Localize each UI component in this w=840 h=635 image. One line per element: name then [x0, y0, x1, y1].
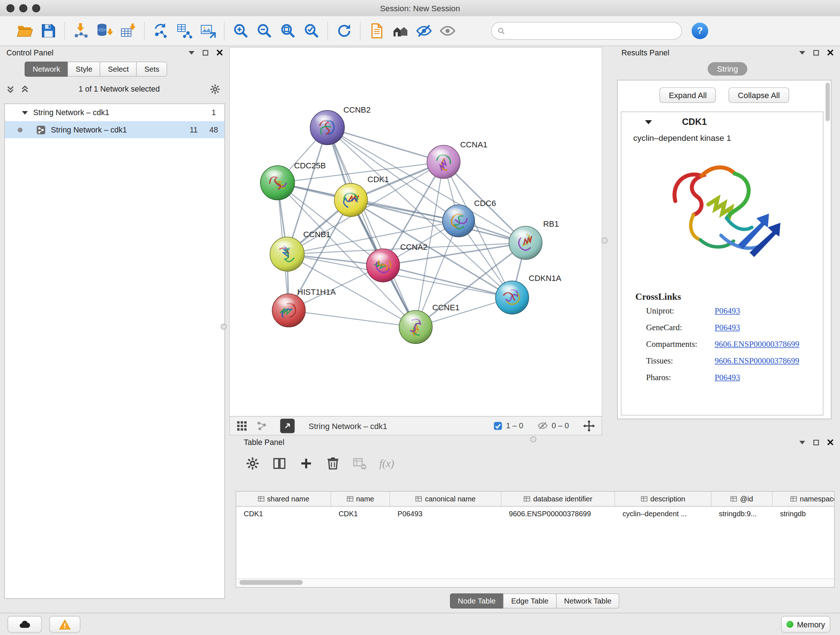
crosslink-link[interactable]: P06493: [714, 372, 740, 382]
table-horizontal-scrollbar[interactable]: [237, 578, 834, 586]
tab-edge-table[interactable]: Edge Table: [503, 593, 557, 608]
network-overview-icon[interactable]: [256, 420, 267, 431]
documents-button[interactable]: [365, 19, 388, 43]
right-splitter-handle[interactable]: [602, 238, 607, 243]
import-network-file-button[interactable]: [69, 19, 93, 43]
results-scrollbar[interactable]: [826, 82, 830, 121]
crosslink-link[interactable]: 9606.ENSP00000378699: [714, 339, 799, 349]
network-canvas[interactable]: CCNB2CCNA1CDC25BCDK1CDC6RB1CCNB1CCNA2CDK…: [229, 47, 602, 416]
zoom-selected-button[interactable]: [300, 19, 323, 43]
close-panel-icon[interactable]: [216, 49, 223, 56]
zoom-fit-button[interactable]: [276, 19, 300, 43]
network-node-CDC25B[interactable]: [261, 166, 295, 200]
table-cell[interactable]: P06493: [390, 510, 501, 518]
column-header-namespace[interactable]: namespace: [772, 492, 835, 506]
crosslink-link[interactable]: P06493: [714, 306, 740, 316]
network-node-CCNE1[interactable]: [399, 310, 432, 344]
expand-all-button[interactable]: Expand All: [660, 87, 715, 103]
maximize-icon[interactable]: [202, 50, 208, 55]
table-cell[interactable]: CDK1: [236, 510, 331, 518]
save-session-button[interactable]: [36, 19, 60, 43]
show-columns-icon[interactable]: [272, 456, 286, 470]
network-collection-row[interactable]: String Network – cdk1 1: [5, 104, 224, 121]
column-header-@id[interactable]: @id: [712, 492, 773, 506]
network-node-CDKN1A[interactable]: [496, 281, 529, 314]
float-menu-icon[interactable]: [188, 51, 194, 54]
table-cell[interactable]: 9606.ENSP00000378699: [501, 510, 615, 518]
float-menu-icon[interactable]: [799, 440, 805, 444]
cloud-button[interactable]: [8, 616, 42, 633]
zoom-out-button[interactable]: [252, 19, 276, 43]
show-all-button[interactable]: [436, 19, 459, 43]
tab-network[interactable]: Network: [25, 62, 68, 76]
maximize-icon[interactable]: [813, 440, 819, 445]
tab-string[interactable]: String: [708, 62, 747, 76]
zoom-in-button[interactable]: [229, 19, 252, 43]
collapse-all-icon[interactable]: [21, 85, 29, 93]
table-row[interactable]: CDK1CDK1P064939606.ENSP00000378699cyclin…: [236, 507, 834, 521]
network-from-table-button[interactable]: [172, 19, 196, 43]
tab-sets[interactable]: Sets: [136, 62, 167, 76]
maximize-icon[interactable]: [813, 50, 819, 55]
close-panel-icon[interactable]: [827, 439, 834, 446]
import-table-file-button[interactable]: [116, 19, 140, 43]
network-node-CDC6[interactable]: [442, 205, 475, 237]
hidden-eye-icon[interactable]: [537, 420, 548, 431]
collapse-section-icon[interactable]: [645, 120, 652, 125]
network-row[interactable]: String Network – cdk1 11 48: [5, 121, 224, 138]
crosslink-row: GeneCard:P06493: [622, 319, 823, 336]
tab-select[interactable]: Select: [100, 62, 137, 76]
help-button[interactable]: ?: [692, 22, 708, 39]
gear-icon[interactable]: [210, 83, 221, 95]
table-cell[interactable]: cyclin–dependent ...: [615, 510, 712, 518]
network-node-CCNA1[interactable]: [427, 145, 460, 179]
grid-view-icon[interactable]: [236, 420, 248, 431]
table-cell[interactable]: CDK1: [331, 510, 390, 518]
column-header-canonical-name[interactable]: canonical name: [390, 492, 501, 506]
column-header-name[interactable]: name: [331, 492, 390, 506]
hide-selected-button[interactable]: [412, 19, 436, 43]
detach-view-button[interactable]: [280, 418, 294, 433]
table-cell[interactable]: stringdb: [772, 510, 835, 518]
crosslink-link[interactable]: 9606.ENSP00000378699: [714, 356, 799, 366]
network-node-HIST1H1A[interactable]: [272, 294, 305, 327]
new-network-selection-button[interactable]: [149, 19, 172, 43]
scrollbar-thumb[interactable]: [240, 580, 303, 585]
column-header-shared-name[interactable]: shared name: [236, 492, 331, 506]
toolbar-search-input[interactable]: [506, 26, 676, 36]
checkbox-icon[interactable]: [493, 421, 502, 430]
collapse-icon[interactable]: [22, 111, 28, 114]
column-header-database-identifier[interactable]: database identifier: [501, 492, 615, 506]
network-node-CCNB1[interactable]: [270, 237, 304, 272]
column-header-description[interactable]: description: [615, 492, 712, 506]
expand-all-icon[interactable]: [6, 85, 14, 93]
tab-style[interactable]: Style: [68, 62, 101, 76]
protein-card-header[interactable]: CDK1: [622, 112, 823, 132]
import-network-database-button[interactable]: [93, 19, 116, 43]
export-image-button[interactable]: [196, 19, 219, 43]
open-session-button[interactable]: [13, 19, 36, 43]
network-node-CDK1[interactable]: [334, 183, 368, 217]
network-node-CCNB2[interactable]: [310, 111, 344, 145]
close-panel-icon[interactable]: [827, 49, 834, 56]
delete-column-icon[interactable]: [325, 456, 340, 470]
table-cell[interactable]: stringdb:9...: [712, 510, 773, 518]
add-column-icon[interactable]: [299, 456, 313, 470]
float-menu-icon[interactable]: [799, 51, 805, 54]
warnings-button[interactable]: [49, 616, 80, 633]
left-splitter-handle[interactable]: [221, 324, 226, 329]
refresh-view-button[interactable]: [332, 19, 355, 43]
collapse-all-button[interactable]: Collapse All: [729, 87, 789, 103]
network-edge[interactable]: [327, 127, 416, 327]
network-edge[interactable]: [327, 127, 444, 162]
network-node-CCNA2[interactable]: [366, 249, 400, 282]
table-settings-gear-icon[interactable]: [245, 456, 260, 470]
pan-mode-icon[interactable]: [583, 420, 595, 432]
tab-node-table[interactable]: Node Table: [450, 593, 504, 608]
tab-network-table[interactable]: Network Table: [556, 593, 619, 608]
network-node-RB1[interactable]: [509, 226, 542, 260]
network-edge[interactable]: [289, 310, 416, 327]
home-button[interactable]: [388, 19, 412, 43]
memory-button[interactable]: Memory: [781, 616, 831, 633]
crosslink-link[interactable]: P06493: [714, 323, 740, 333]
